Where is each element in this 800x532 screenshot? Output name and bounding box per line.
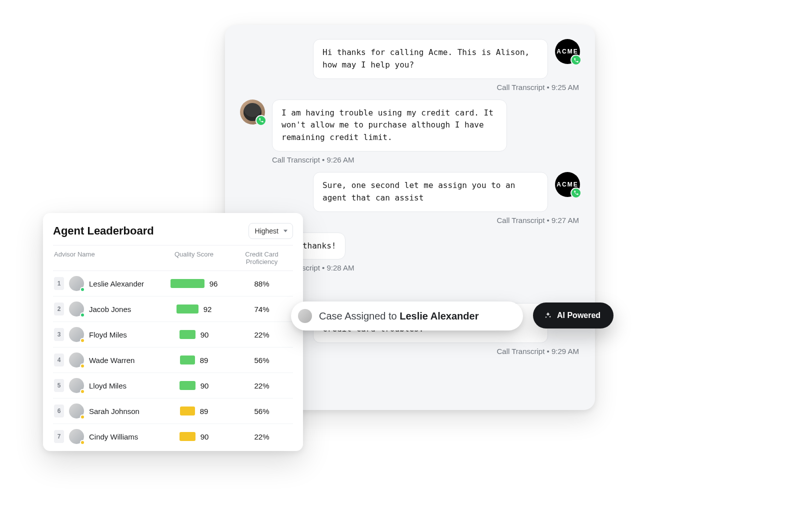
advisor-avatar <box>69 429 84 444</box>
status-dot <box>80 389 85 394</box>
score-value: 90 <box>200 330 209 339</box>
message-bubble: Sure, one second let me assign you to an… <box>313 172 548 212</box>
advisor-name: Sarah Johnson <box>89 407 140 416</box>
advisor-name: Lloyd Miles <box>89 382 126 390</box>
message-meta: Call Transcript • 9:27 AM <box>497 216 580 224</box>
rank-badge: 6 <box>54 404 64 418</box>
rank-badge: 1 <box>54 277 64 290</box>
transcript-label: Call Transcript <box>497 83 545 92</box>
advisor-cell: 2Jacob Jones <box>54 302 156 316</box>
score-bar <box>180 432 196 441</box>
score-value: 92 <box>204 305 212 314</box>
advisor-name: Wade Warren <box>89 356 134 364</box>
advisor-cell: 5Lloyd Miles <box>54 378 156 393</box>
status-dot <box>80 414 85 420</box>
status-dot <box>80 364 85 368</box>
message-meta: Call Transcript • 9:26 AM <box>240 156 354 164</box>
col-advisor-name: Advisor Name <box>54 250 156 266</box>
message-bubble: Hi thanks for calling Acme. This is Alis… <box>313 39 548 79</box>
agent-avatar-acme: ACME <box>555 172 580 197</box>
status-dot <box>80 287 85 292</box>
leaderboard-sort-label: Highest <box>255 227 278 235</box>
customer-avatar <box>240 100 265 124</box>
message-bubble: I am having trouble using my credit card… <box>272 100 507 152</box>
advisor-name: Jacob Jones <box>89 305 131 314</box>
case-assigned-name: Leslie Alexander <box>400 310 478 322</box>
status-dot <box>80 338 85 343</box>
transcript-label: Call Transcript <box>272 156 320 164</box>
message-block: Hi thanks for calling Acme. This is Alis… <box>240 39 580 98</box>
rank-badge: 2 <box>54 302 64 316</box>
message-time: 9:29 AM <box>552 347 579 356</box>
phone-icon <box>256 115 266 126</box>
score-bar <box>180 381 196 390</box>
quality-score-cell: 89 <box>156 356 232 364</box>
transcript-label: Call Transcript <box>497 347 545 356</box>
message-time: 9:26 AM <box>326 156 354 164</box>
quality-score-cell: 92 <box>156 304 232 314</box>
proficiency-value: 22% <box>232 382 292 390</box>
phone-icon <box>570 188 582 198</box>
quality-score-cell: 90 <box>156 381 232 390</box>
status-dot <box>80 312 85 318</box>
message-time: 9:25 AM <box>552 83 579 92</box>
proficiency-value: 22% <box>232 330 292 339</box>
status-dot <box>80 440 85 445</box>
phone-icon <box>570 54 582 66</box>
message-row: Sure, one second let me assign you to an… <box>313 172 580 212</box>
message-time: 9:28 AM <box>326 264 354 272</box>
score-value: 90 <box>200 432 209 441</box>
leaderboard-row[interactable]: 2Jacob Jones9274% <box>53 296 293 322</box>
message-block: I am having trouble using my credit card… <box>240 100 580 171</box>
advisor-name: Leslie Alexander <box>89 280 144 288</box>
proficiency-value: 22% <box>232 432 292 441</box>
ai-powered-badge: AI Powered <box>533 302 614 328</box>
leaderboard-header: Agent Leaderboard Highest <box>53 223 293 245</box>
avatar <box>298 309 312 323</box>
leaderboard-row[interactable]: 3Floyd Miles9022% <box>53 322 293 348</box>
score-bar <box>180 356 195 364</box>
leaderboard-row[interactable]: 6Sarah Johnson8956% <box>53 398 293 424</box>
score-bar <box>176 304 198 314</box>
sparkle-icon <box>544 312 552 320</box>
agent-leaderboard-panel: Agent Leaderboard Highest Advisor Name Q… <box>43 213 303 451</box>
score-value: 89 <box>200 356 208 364</box>
quality-score-cell: 89 <box>156 406 232 416</box>
advisor-cell: 3Floyd Miles <box>54 327 156 342</box>
leaderboard-title: Agent Leaderboard <box>53 224 154 238</box>
leaderboard-row[interactable]: 7Cindy Williams9022% <box>53 424 293 449</box>
quality-score-cell: 96 <box>156 279 232 288</box>
acme-logo-text: ACME <box>556 181 578 188</box>
score-value: 96 <box>210 280 218 288</box>
rank-badge: 4 <box>54 354 64 366</box>
leaderboard-sort-dropdown[interactable]: Highest <box>248 223 293 239</box>
message-time: 9:27 AM <box>552 216 579 224</box>
advisor-avatar <box>69 327 84 342</box>
advisor-cell: 4Wade Warren <box>54 352 156 368</box>
agent-avatar-acme: ACME <box>555 39 580 64</box>
acme-logo-text: ACME <box>556 48 578 55</box>
message-meta: Call Transcript • 9:29 AM <box>497 347 580 356</box>
advisor-name: Floyd Miles <box>89 330 127 339</box>
score-value: 90 <box>200 382 209 390</box>
advisor-avatar <box>69 404 84 418</box>
rank-badge: 7 <box>54 430 64 443</box>
col-proficiency: Credit Card Proficiency <box>232 250 292 266</box>
quality-score-cell: 90 <box>156 330 232 339</box>
proficiency-value: 74% <box>232 305 292 314</box>
advisor-cell: 6Sarah Johnson <box>54 404 156 418</box>
advisor-avatar <box>69 276 84 291</box>
advisor-name: Cindy Williams <box>89 432 138 441</box>
message-meta: Call Transcript • 9:25 AM <box>497 83 580 92</box>
advisor-avatar <box>69 352 84 368</box>
leaderboard-row[interactable]: 1Leslie Alexander9688% <box>53 271 293 296</box>
score-bar <box>170 279 204 288</box>
ai-powered-label: AI Powered <box>557 311 600 320</box>
proficiency-value: 56% <box>232 407 292 416</box>
transcript-label: Call Transcript <box>497 216 545 224</box>
advisor-cell: 1Leslie Alexander <box>54 276 156 291</box>
message-row: Hi thanks for calling Acme. This is Alis… <box>313 39 580 79</box>
advisor-cell: 7Cindy Williams <box>54 429 156 444</box>
leaderboard-row[interactable]: 4Wade Warren8956% <box>53 348 293 373</box>
leaderboard-row[interactable]: 5Lloyd Miles9022% <box>53 373 293 398</box>
